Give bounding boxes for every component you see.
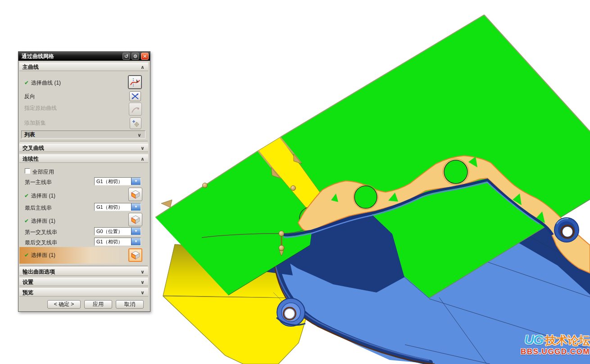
specify-origin-curve-label: 指定原始曲线 [24,104,57,112]
chevron-up-icon[interactable]: ∧ [141,155,145,163]
first-primary-label: 第一主线串 [25,179,52,186]
last-cross-label: 最后交叉线串 [25,239,57,247]
through-curve-mesh-dialog: 通过曲线网格 ↺ ⚙ ✕ 主曲线 ∧ ✔选择曲线 (1) 反向 指定 [18,51,150,312]
first-cross-label: 第一交叉线串 [25,229,57,236]
check-icon: ✔ [24,252,29,258]
watermark-url: BBS.UGGD.COM [499,348,590,355]
dialog-title[interactable]: 通过曲线网格 [18,52,150,61]
section-main-curve[interactable]: 主曲线 ∧ [19,63,148,71]
reset-icon[interactable]: ↺ [123,53,130,60]
check-icon: ✔ [24,218,29,224]
last-primary-dropdown[interactable]: G1（相切） ▼ [94,203,141,211]
close-icon[interactable]: ✕ [141,53,149,60]
section-output-options[interactable]: 输出曲面选项 ∨ [19,267,148,276]
first-cross-dropdown[interactable]: G0（位置） ▼ [94,227,141,235]
check-icon: ✔ [24,193,29,199]
watermark-text: 技术论坛 [545,334,590,346]
section-continuity[interactable]: 连续性 ∧ [19,154,148,163]
chevron-up-icon[interactable]: ∧ [141,63,145,72]
add-new-set-label: 添加新集 [24,119,46,127]
reverse-icon [131,93,139,100]
origin-curve-icon [131,105,140,113]
chevron-down-icon[interactable]: ∨ [141,288,145,297]
chevron-down-icon[interactable]: ∨ [137,131,141,139]
add-new-set-button [130,117,141,129]
nx-application-window: 通过曲线网格 ↺ ⚙ ✕ 主曲线 ∧ ✔选择曲线 (1) 反向 指定 [0,0,590,364]
select-face-button-3[interactable] [128,248,142,262]
curve-select-icon [130,78,140,87]
select-face-row-1[interactable]: ✔选择面 (1) [24,192,55,200]
ok-button[interactable]: < 确定 > [47,300,81,309]
dropdown-arrow-icon[interactable]: ▼ [131,203,141,211]
last-cross-dropdown[interactable]: G1（相切） ▼ [94,238,141,246]
apply-button[interactable]: 应用 [84,300,112,309]
screw-boss-right[interactable] [554,218,579,242]
section-cross-curve[interactable]: 交叉曲线 ∨ [19,144,148,152]
dropdown-arrow-icon[interactable]: ▼ [131,238,141,245]
select-face-button-1[interactable] [128,188,142,201]
cancel-button[interactable]: 取消 [116,300,144,309]
select-face-button-2[interactable] [128,213,142,226]
screw-boss-left[interactable] [277,298,305,326]
face-cube-icon [131,251,140,260]
chevron-down-icon[interactable]: ∨ [141,278,145,287]
chevron-down-icon[interactable]: ∨ [141,144,145,153]
face-cube-icon [131,215,140,224]
select-curve-row[interactable]: ✔选择曲线 (1) [24,79,61,87]
reverse-direction-button[interactable] [129,91,141,101]
add-set-icon [132,119,140,127]
check-icon: ✔ [24,80,29,86]
list-bar[interactable]: 列表 ∨ [21,130,145,139]
face-cube-icon [131,190,140,199]
dropdown-arrow-icon[interactable]: ▼ [131,178,141,185]
select-face-row-2[interactable]: ✔选择面 (1) [24,217,55,225]
apply-all-checkbox[interactable] [25,168,30,174]
watermark: UG 技术论坛 BBS.UGGD.COM [499,333,590,355]
select-face-row-3[interactable]: ✔选择面 (1) [24,252,55,259]
watermark-logo: UG [525,332,543,347]
dropdown-arrow-icon[interactable]: ▼ [131,228,141,235]
apply-all-label: 全部应用 [32,168,54,176]
specify-origin-curve-button [129,103,142,116]
chevron-down-icon[interactable]: ∨ [141,268,145,276]
reverse-label: 反向 [24,93,35,100]
divider [20,141,148,143]
first-primary-dropdown[interactable]: G1（相切） ▼ [94,177,141,185]
section-settings[interactable]: 设置 ∨ [19,278,148,286]
gear-icon[interactable]: ⚙ [132,53,139,60]
select-curve-button[interactable] [128,75,142,89]
last-primary-label: 最后主线串 [25,204,52,212]
section-preview[interactable]: 预览 ∨ [19,288,148,297]
